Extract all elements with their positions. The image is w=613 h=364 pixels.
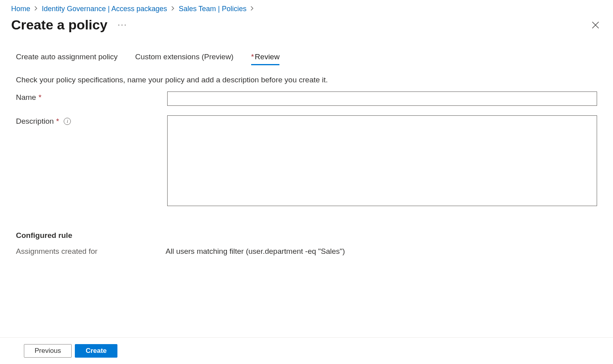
name-input[interactable] bbox=[167, 91, 597, 106]
tab-label: Create auto assignment policy bbox=[16, 53, 118, 61]
assignments-label: Assignments created for bbox=[16, 247, 166, 256]
required-indicator: * bbox=[251, 53, 254, 61]
breadcrumb-home[interactable]: Home bbox=[11, 5, 30, 13]
page-title: Create a policy bbox=[11, 17, 107, 33]
breadcrumb-sales-team-policies[interactable]: Sales Team | Policies bbox=[179, 5, 246, 13]
breadcrumb-identity-governance[interactable]: Identity Governance | Access packages bbox=[42, 5, 167, 13]
tab-create-auto-assignment-policy[interactable]: Create auto assignment policy bbox=[16, 53, 118, 64]
tabs: Create auto assignment policy Custom ext… bbox=[16, 53, 597, 64]
tab-custom-extensions[interactable]: Custom extensions (Preview) bbox=[135, 53, 234, 64]
name-label: Name * bbox=[16, 91, 167, 102]
chevron-right-icon bbox=[171, 6, 175, 12]
info-icon[interactable]: i bbox=[64, 118, 71, 125]
instructions-text: Check your policy specifications, name y… bbox=[16, 76, 597, 84]
configured-rule-heading: Configured rule bbox=[16, 231, 597, 240]
breadcrumb: Home Identity Governance | Access packag… bbox=[11, 5, 602, 13]
description-input[interactable] bbox=[167, 115, 597, 206]
more-icon[interactable]: ··· bbox=[116, 19, 129, 31]
description-label: Description * i bbox=[16, 115, 167, 126]
assignments-value: All users matching filter (user.departme… bbox=[166, 247, 345, 256]
tab-review[interactable]: *Review bbox=[251, 53, 280, 64]
chevron-right-icon bbox=[34, 6, 38, 12]
close-icon[interactable] bbox=[589, 19, 602, 31]
chevron-right-icon bbox=[250, 6, 254, 12]
required-indicator: * bbox=[56, 117, 59, 126]
tab-label: Review bbox=[255, 53, 279, 61]
required-indicator: * bbox=[39, 93, 41, 102]
tab-label: Custom extensions (Preview) bbox=[135, 53, 234, 61]
